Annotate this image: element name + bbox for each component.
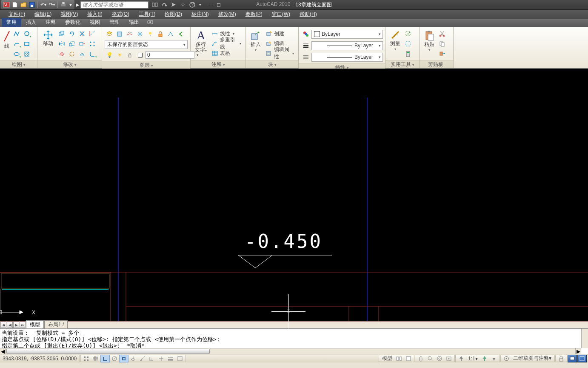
tab-parametric[interactable]: 参数化 [60,18,85,27]
layer-state-icon[interactable] [115,29,124,39]
menu-insert[interactable]: 插入(I) [84,10,106,19]
help-dropdown[interactable]: ▾ [198,1,202,9]
print-icon[interactable] [60,1,67,9]
command-window[interactable]: 当前设置： 复制模式 = 多个 指定基点或 [位移(D)/模式(O)] <位移>… [0,328,588,354]
menu-draw[interactable]: 绘图(D) [161,10,186,19]
menu-view[interactable]: 视图(V) [57,10,81,19]
layer-prev-icon[interactable] [176,29,186,39]
search-input[interactable] [80,1,148,9]
otrack-toggle[interactable] [138,355,147,362]
layer-off-icon[interactable] [146,29,155,39]
lineweight-icon[interactable] [301,41,311,50]
annoscale-lock-icon[interactable] [489,355,499,362]
showmotion-icon[interactable] [444,355,454,362]
menu-format[interactable]: 格式(O) [108,10,133,19]
tab-home[interactable]: 常用 [2,18,21,27]
command-scrollbar-h[interactable]: ◀▶ [0,348,581,354]
mirror-icon[interactable] [57,39,66,49]
tab-output[interactable]: 输出 [124,18,144,27]
open-icon[interactable] [20,1,27,9]
favorites-icon[interactable]: ☆ [179,1,187,9]
redo-icon[interactable]: ↷▾ [48,1,56,9]
explode-icon[interactable] [67,49,77,59]
panel-modify-label[interactable]: 修改 [37,60,102,68]
quickview-dwg-icon[interactable] [404,355,413,362]
quickselect-icon[interactable] [403,39,413,49]
measure-button[interactable]: 测量▾ [388,29,402,52]
drawing-canvas[interactable]: X -0.450 [0,69,588,321]
layer-prop-icon[interactable] [105,29,114,39]
layer-state-combo[interactable]: 未保存的图层状态 [105,40,188,49]
matchprops-icon[interactable] [437,49,447,59]
erase-icon[interactable] [57,49,66,59]
panel-draw-label[interactable]: 绘图 [0,60,37,68]
panel-annotation-label[interactable]: 注释 [191,60,245,68]
command-scrollbar-v[interactable] [581,329,588,348]
layout-tab-layout1[interactable]: 布局1 / [44,320,68,329]
layer-bulb-icon[interactable]: 💡 [105,50,114,60]
paste-button[interactable]: 粘贴▾ [422,29,437,53]
minimize-button[interactable]: — [207,1,215,9]
trim-icon[interactable] [77,29,87,38]
table-button[interactable]: 表格 [210,49,243,58]
panel-block-label[interactable]: 块 [246,60,298,68]
scale-icon[interactable] [67,39,77,49]
infocenter-search-icon[interactable] [151,1,159,9]
annoscale-icon[interactable] [457,355,466,362]
menu-file[interactable]: 文件(F) [5,10,29,19]
qat-dropdown[interactable]: ▾ [68,1,73,9]
lwt-toggle[interactable] [166,355,175,362]
mleader-button[interactable]: 多重引线 [210,39,243,48]
rotate-icon[interactable] [67,29,77,38]
polyline-icon[interactable] [12,29,21,38]
workspace-icon[interactable] [502,355,511,362]
panel-layer-label[interactable]: 图层 [102,61,190,69]
menu-window[interactable]: 窗口(W) [268,10,294,19]
menu-tools[interactable]: 工具(T) [135,10,159,19]
layout-first-button[interactable]: ⏮ [0,322,6,328]
model-space-toggle[interactable]: 模型 [380,355,394,362]
edit-attr-button[interactable]: 编辑属性 [264,49,296,58]
layout-prev-button[interactable]: ◀ [7,322,13,328]
menu-edit[interactable]: 编辑(E) [31,10,55,19]
layer-freeze-icon[interactable] [135,29,145,39]
dyn-toggle[interactable] [157,355,166,362]
layout-next-button[interactable]: ▶ [13,322,19,328]
help-icon[interactable]: ? [188,1,196,9]
scale-readout[interactable]: 1:1▾ [466,356,480,362]
fillet-icon[interactable]: ▾ [88,49,97,59]
circle-icon[interactable]: ▾ [22,29,31,38]
pan-icon[interactable] [416,355,425,362]
qp-toggle[interactable] [175,355,185,362]
ducs-toggle[interactable] [147,355,157,362]
linetype-combo[interactable]: ByLayer [311,53,383,62]
save-icon[interactable] [28,1,36,9]
hatch-icon[interactable] [22,49,31,59]
annoscale-sync-icon[interactable] [480,355,489,362]
layer-iso-icon[interactable] [125,29,134,39]
rectangle-icon[interactable] [22,39,31,49]
offset-icon[interactable] [77,49,87,59]
extend-icon[interactable] [88,29,97,38]
panel-utilities-label[interactable]: 实用工具 [385,60,419,68]
osnap-toggle[interactable] [119,355,128,362]
layer-padlock-icon[interactable] [125,50,134,60]
layout-last-button[interactable]: ⏭ [20,322,26,328]
snap-toggle[interactable] [82,355,91,362]
linetype-list-icon[interactable] [301,52,311,62]
copy-clip-icon[interactable] [437,39,447,49]
menu-param[interactable]: 参数(P) [242,10,266,19]
maximize-button[interactable]: ◻ [215,1,223,9]
move-button[interactable]: 移动 [40,29,56,47]
color-combo[interactable]: ByLayer [311,30,383,39]
copy-icon[interactable] [57,29,66,38]
layer-name-input[interactable] [146,51,194,59]
menu-modify[interactable]: 修改(M) [215,10,240,19]
menu-dimension[interactable]: 标注(N) [188,10,212,19]
workspace-readout[interactable]: 二维草图与注释▾ [511,355,554,362]
layer-sun-icon[interactable]: ☀ [115,50,124,60]
arc-icon[interactable]: ▾ [12,39,21,49]
comm-center-icon[interactable] [170,1,177,9]
subscription-icon[interactable] [160,1,168,9]
new-icon[interactable] [11,1,19,9]
